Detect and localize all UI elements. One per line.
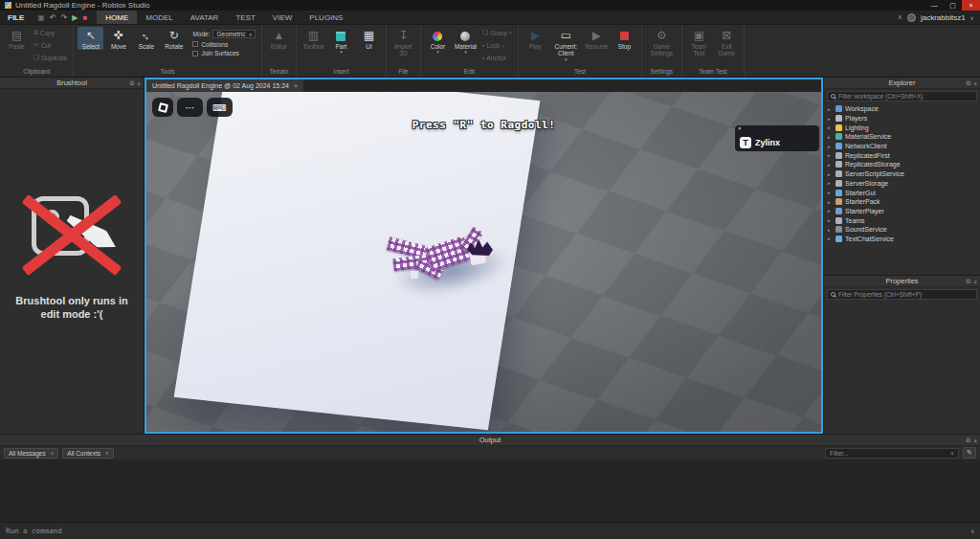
tab-plugins[interactable]: PLUGINS <box>301 11 351 24</box>
emotes-button[interactable]: ⌨ <box>207 98 233 117</box>
ui-button[interactable]: ▦ UI <box>356 27 382 50</box>
move-tool-button[interactable]: ✜ Move <box>105 27 131 50</box>
chevron-right-icon[interactable]: ▸ <box>828 106 833 112</box>
close-icon[interactable]: × <box>973 279 977 285</box>
chevron-right-icon[interactable]: ▸ <box>828 217 833 223</box>
dock-icon[interactable]: ⧉ <box>130 79 135 87</box>
save-icon[interactable]: ▣ <box>37 13 45 22</box>
explorer-filter-input[interactable]: Filter workspace (Ctrl+Shift+X) <box>827 91 977 101</box>
chevron-right-icon[interactable]: ▸ <box>828 144 833 149</box>
chevron-right-icon[interactable]: ▸ <box>828 208 833 213</box>
explorer-item-networkclient[interactable]: ▸NetworkClient <box>824 142 980 151</box>
anchor-button[interactable]: ▪ Anchor <box>480 55 514 61</box>
maximize-button[interactable]: ▢ <box>944 0 962 11</box>
chevron-right-icon[interactable]: ▸ <box>828 124 833 130</box>
explorer-item-serverscriptservice[interactable]: ▸ServerScriptService <box>824 169 980 179</box>
explorer-item-teams[interactable]: ▸Teams <box>824 215 980 225</box>
explorer-item-starterpack[interactable]: ▸StarterPack <box>824 197 980 207</box>
terrain-editor-button[interactable]: ▲ Editor <box>266 27 292 50</box>
play-icon[interactable]: ▶ <box>72 13 78 22</box>
undo-icon[interactable]: ↶ <box>50 13 56 22</box>
close-icon[interactable]: × <box>973 438 977 444</box>
close-button[interactable]: × <box>962 0 980 11</box>
dock-icon[interactable]: ⧉ <box>967 437 971 444</box>
output-log-area[interactable] <box>0 460 980 522</box>
mode-dropdown[interactable]: Geometric ▾ <box>212 30 256 38</box>
roblox-menu-button[interactable] <box>152 98 173 117</box>
3d-viewport[interactable]: Press "R" to Ragdoll! ⋯ ⌨ × T Zylinx <box>146 92 821 432</box>
explorer-item-serverstorage[interactable]: ▸ServerStorage <box>824 179 980 189</box>
play-button[interactable]: ▶ Play <box>523 27 548 50</box>
properties-filter-input[interactable]: Filter Properties (Ctrl+Shift+P) <box>827 289 977 300</box>
explorer-item-textchatservice[interactable]: ▸TextChatService <box>824 235 980 244</box>
duplicate-button[interactable]: ❏ Duplicate <box>32 54 69 61</box>
chevron-right-icon[interactable]: ▸ <box>828 162 833 168</box>
cut-button[interactable]: ✂ Cut <box>32 41 69 49</box>
import-3d-button[interactable]: ↧ Import 3D <box>390 27 416 57</box>
lock-button[interactable]: ▪ Lock ▾ <box>480 42 514 49</box>
chevron-right-icon[interactable]: ▸ <box>828 152 833 158</box>
current-client-dropdown[interactable]: ▭ Current: Client ▾ <box>550 27 582 63</box>
resume-button[interactable]: ▶ Resume <box>584 27 610 50</box>
explorer-item-soundservice[interactable]: ▸SoundService <box>824 225 980 235</box>
more-button[interactable]: ⋯ <box>177 98 203 117</box>
close-tab-icon[interactable]: × <box>294 82 298 89</box>
dock-icon[interactable]: ⧉ <box>967 79 971 87</box>
close-icon[interactable]: × <box>973 80 977 87</box>
rotate-tool-button[interactable]: ↻ Rotate <box>161 27 187 50</box>
close-icon[interactable]: × <box>738 125 742 131</box>
username[interactable]: jackrabbitsz1 <box>921 13 966 22</box>
collisions-checkbox[interactable] <box>192 41 198 47</box>
toolbox-button[interactable]: ▥ Toolbox <box>301 27 326 50</box>
output-options-button[interactable]: ✎ <box>963 447 976 459</box>
color-button[interactable]: Color ▾ <box>425 27 451 56</box>
explorer-item-startergui[interactable]: ▸StarterGui <box>824 188 980 197</box>
explorer-item-replicatedfirst[interactable]: ▸ReplicatedFirst <box>824 150 980 160</box>
chevron-right-icon[interactable]: ▸ <box>828 227 833 233</box>
tab-avatar[interactable]: AVATAR <box>182 11 228 24</box>
command-bar[interactable]: Run a command ∨ <box>0 522 980 539</box>
chevron-right-icon[interactable]: ▸ <box>828 199 833 205</box>
file-menu[interactable]: FILE <box>0 11 32 24</box>
tab-home[interactable]: HOME <box>97 11 137 24</box>
scale-tool-button[interactable]: ↔ Scale <box>133 27 159 50</box>
chevron-right-icon[interactable]: ▸ <box>828 190 833 195</box>
tab-model[interactable]: MODEL <box>137 11 181 24</box>
chevron-right-icon[interactable]: ▸ <box>828 134 833 140</box>
viewport-tab[interactable]: Untitled Ragdoll Engine @ 02 Aug 2024 15… <box>146 79 303 92</box>
part-button[interactable]: Part ▾ <box>328 27 354 56</box>
select-tool-button[interactable]: ↖ Select <box>78 27 103 50</box>
explorer-item-lighting[interactable]: ▸Lighting <box>824 123 980 132</box>
tab-view[interactable]: VIEW <box>264 11 301 24</box>
join-surfaces-checkbox[interactable] <box>192 51 198 56</box>
close-icon[interactable]: × <box>137 80 141 87</box>
dock-icon[interactable]: ⧉ <box>967 278 971 285</box>
redo-icon[interactable]: ↷ <box>61 13 68 22</box>
minimize-button[interactable]: — <box>925 0 944 11</box>
explorer-item-replicatedstorage[interactable]: ▸ReplicatedStorage <box>824 160 980 169</box>
chevron-right-icon[interactable]: ▸ <box>828 116 833 122</box>
paste-button[interactable]: ▤ Paste <box>4 27 30 50</box>
tab-test[interactable]: TEST <box>227 11 263 24</box>
exit-game-button[interactable]: ⊠ Exit Game <box>714 27 740 57</box>
team-test-button[interactable]: ▣ Team Test <box>686 27 712 57</box>
chevron-right-icon[interactable]: ▸ <box>828 236 833 241</box>
stop-icon[interactable]: ■ <box>82 13 87 22</box>
explorer-item-workspace[interactable]: ▸Workspace <box>824 104 980 114</box>
output-filter-input[interactable]: Filter... ∨ <box>825 448 959 459</box>
explorer-item-players[interactable]: ▸Players <box>824 114 980 124</box>
explorer-item-materialservice[interactable]: ▸MaterialService <box>824 132 980 142</box>
player-nameplate[interactable]: × T Zylinx <box>735 125 819 151</box>
avatar[interactable] <box>907 13 916 22</box>
stop-button[interactable]: Stop <box>612 27 637 50</box>
chevron-down-icon[interactable]: ∨ <box>970 14 974 21</box>
copy-button[interactable]: ⧉ Copy <box>32 29 69 36</box>
game-settings-button[interactable]: ⚙ Game Settings <box>646 27 678 57</box>
explorer-item-starterplayer[interactable]: ▸StarterPlayer <box>824 207 980 216</box>
material-button[interactable]: Material ▾ <box>453 27 479 56</box>
group-button[interactable]: ❏ Group ▾ <box>480 29 514 36</box>
contexts-filter-dropdown[interactable]: All Contexts ∨ <box>62 448 113 459</box>
chevron-right-icon[interactable]: ▸ <box>828 180 833 186</box>
collapse-ribbon-icon[interactable]: ∧ <box>898 13 902 21</box>
chevron-right-icon[interactable]: ▸ <box>828 171 833 177</box>
